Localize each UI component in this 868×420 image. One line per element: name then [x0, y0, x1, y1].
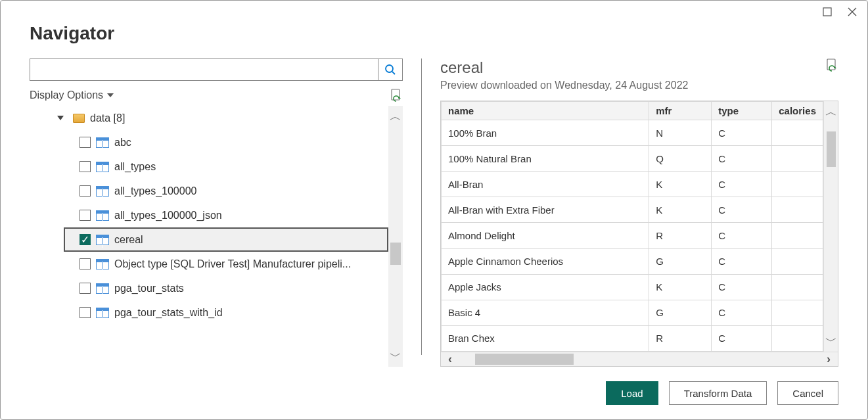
search-input[interactable] [30, 58, 378, 81]
cancel-button[interactable]: Cancel [777, 381, 838, 405]
tree-root-data[interactable]: data [8] [30, 106, 388, 130]
cell-calories [772, 172, 823, 197]
tree-item-all-types[interactable]: all_types [30, 154, 388, 179]
table-row[interactable]: 100% BranNC [442, 120, 823, 146]
svg-marker-5 [107, 93, 114, 97]
scroll-up-icon[interactable]: ︿ [825, 104, 837, 120]
tree-item-all-types-100000-json[interactable]: all_types_100000_json [30, 203, 388, 227]
navigator-tree: data [8] abcall_typesall_types_100000all… [30, 106, 388, 367]
table-hscrollbar[interactable]: ‹ › [441, 352, 838, 366]
cell-mfr: G [649, 248, 712, 274]
tree-item-checkbox[interactable] [80, 258, 91, 269]
table-vscrollbar[interactable]: ︿ ﹀ [823, 101, 838, 352]
scroll-left-icon[interactable]: ‹ [441, 352, 459, 366]
transform-data-button[interactable]: Transform Data [669, 381, 767, 405]
tree-item-checkbox[interactable] [80, 161, 91, 172]
cell-name: 100% Bran [442, 120, 649, 146]
cell-name: 100% Natural Bran [442, 146, 649, 172]
navigator-dialog: Navigator Display Options [0, 0, 868, 420]
close-icon [847, 7, 857, 17]
table-icon [96, 259, 109, 269]
cell-calories [772, 146, 823, 172]
scroll-up-icon[interactable]: ︿ [390, 108, 401, 124]
tree-item-pga-tour-stats[interactable]: pga_tour_stats [30, 276, 388, 300]
tree-scroll-thumb[interactable] [390, 243, 401, 265]
cell-name: All-Bran [442, 172, 649, 197]
preview-refresh-button[interactable] [825, 58, 838, 72]
table-vscroll-thumb[interactable] [827, 131, 836, 167]
col-header-mfr[interactable]: mfr [649, 102, 712, 120]
cell-calories [772, 197, 823, 223]
table-row[interactable]: Apple JacksKC [442, 274, 823, 300]
cell-type: C [712, 197, 772, 223]
tree-item-checkbox[interactable]: ✓ [80, 234, 91, 245]
folder-icon [73, 114, 85, 123]
svg-rect-0 [823, 8, 831, 16]
table-row[interactable]: Basic 4GC [442, 300, 823, 325]
load-button[interactable]: Load [606, 381, 658, 405]
titlebar [1, 1, 867, 18]
preview-table: name mfr type calories 100% BranNC100% N… [441, 101, 823, 352]
options-row: Display Options [30, 87, 403, 106]
cell-type: C [712, 172, 772, 197]
cell-name: Almond Delight [442, 223, 649, 248]
tree-item-label: all_types [114, 161, 156, 173]
tree-item-object-type-sql-driver-test-manufacturer-pipeli-[interactable]: Object type [SQL Driver Test] Manufactur… [30, 252, 388, 276]
cell-type: C [712, 120, 772, 146]
refresh-button[interactable] [390, 89, 403, 102]
search-button[interactable] [378, 58, 403, 81]
preview-header: cereal Preview downloaded on Wednesday, … [440, 58, 838, 101]
dialog-body: Display Options data [8] [1, 52, 867, 367]
chevron-down-icon [107, 93, 114, 97]
tree-item-cereal[interactable]: ✓cereal [64, 227, 388, 252]
cell-mfr: K [649, 172, 712, 197]
maximize-button[interactable] [821, 6, 833, 18]
cell-calories [772, 120, 823, 146]
cell-type: C [712, 300, 772, 325]
dialog-footer: Load Transform Data Cancel [1, 367, 867, 419]
scroll-down-icon[interactable]: ﹀ [390, 348, 401, 364]
col-header-name[interactable]: name [442, 102, 649, 120]
preview-table-scroll: name mfr type calories 100% BranNC100% N… [441, 101, 838, 352]
col-header-type[interactable]: type [712, 102, 772, 120]
tree-item-all-types-100000[interactable]: all_types_100000 [30, 179, 388, 203]
dialog-title: Navigator [30, 23, 838, 44]
table-row[interactable]: All-Bran with Extra FiberKC [442, 197, 823, 223]
cell-type: C [712, 274, 772, 300]
cell-mfr: Q [649, 146, 712, 172]
table-row[interactable]: Apple Cinnamon CheeriosGC [442, 248, 823, 274]
display-options-dropdown[interactable]: Display Options [30, 89, 114, 101]
tree-item-checkbox[interactable] [80, 283, 91, 294]
expander-icon [57, 116, 64, 120]
tree-item-checkbox[interactable] [80, 307, 91, 318]
table-row[interactable]: 100% Natural BranQC [442, 146, 823, 172]
tree-item-label: all_types_100000_json [114, 210, 222, 222]
table-hscroll-thumb[interactable] [475, 354, 574, 365]
tree-item-pga-tour-stats-with-id[interactable]: pga_tour_stats_with_id [30, 300, 388, 325]
tree-item-label: pga_tour_stats_with_id [114, 307, 223, 319]
tree-item-checkbox[interactable] [80, 185, 91, 197]
cell-type: C [712, 223, 772, 248]
scroll-down-icon[interactable]: ﹀ [825, 333, 837, 349]
refresh-icon [390, 89, 402, 102]
table-row[interactable]: Bran ChexRC [442, 325, 823, 351]
scroll-right-icon[interactable]: › [819, 352, 838, 366]
tree-item-checkbox[interactable] [80, 210, 91, 221]
col-header-calories[interactable]: calories [772, 102, 823, 120]
refresh-icon [826, 58, 838, 72]
svg-point-3 [386, 65, 393, 72]
table-icon [96, 308, 109, 318]
table-icon [96, 235, 109, 245]
table-row[interactable]: All-BranKC [442, 172, 823, 197]
table-row[interactable]: Almond DelightRC [442, 223, 823, 248]
close-button[interactable] [846, 6, 858, 18]
tree-item-abc[interactable]: abc [30, 130, 388, 154]
left-pane: Display Options data [8] [30, 58, 403, 367]
dialog-header: Navigator [1, 18, 867, 52]
cell-name: All-Bran with Extra Fiber [442, 197, 649, 223]
preview-table-wrap: name mfr type calories 100% BranNC100% N… [440, 101, 838, 367]
tree-item-checkbox[interactable] [80, 137, 91, 148]
cell-calories [772, 223, 823, 248]
tree-scrollbar[interactable]: ︿ ﹀ [388, 106, 403, 367]
cell-calories [772, 274, 823, 300]
